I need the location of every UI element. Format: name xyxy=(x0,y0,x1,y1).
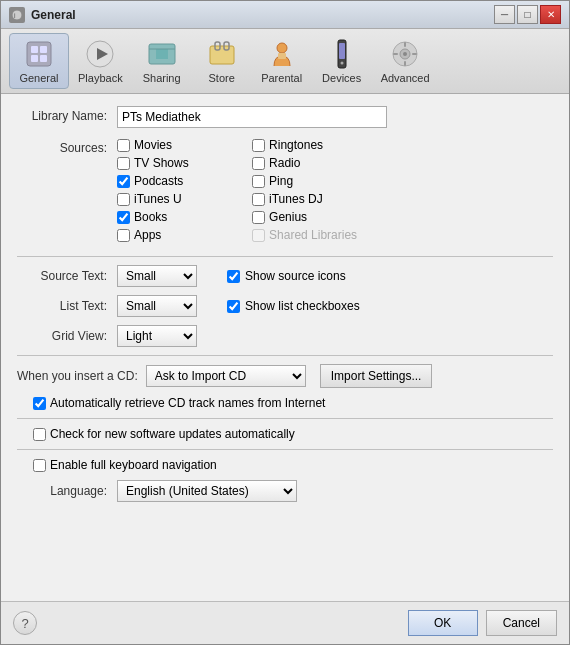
show-list-checkboxes-checkbox[interactable] xyxy=(227,300,240,313)
tv-shows-label: TV Shows xyxy=(134,156,189,170)
show-list-checkboxes-container: Show list checkboxes xyxy=(227,299,360,313)
minimize-button[interactable]: ─ xyxy=(494,5,515,24)
radio-checkbox-label[interactable]: Radio xyxy=(252,156,357,170)
software-updates-label[interactable]: Check for new software updates automatic… xyxy=(33,427,553,441)
tab-playback-label: Playback xyxy=(78,72,123,84)
tv-shows-checkbox[interactable] xyxy=(117,157,130,170)
genius-checkbox-label[interactable]: Genius xyxy=(252,210,357,224)
keyboard-nav-label[interactable]: Enable full keyboard navigation xyxy=(33,458,553,472)
tab-sharing-label: Sharing xyxy=(143,72,181,84)
svg-rect-18 xyxy=(339,43,345,59)
movies-label: Movies xyxy=(134,138,172,152)
keyboard-nav-text: Enable full keyboard navigation xyxy=(50,458,217,472)
auto-retrieve-checkbox[interactable] xyxy=(33,397,46,410)
tab-advanced-label: Advanced xyxy=(381,72,430,84)
content-area: Library Name: Sources: Movies TV Shows xyxy=(1,94,569,601)
list-text-select[interactable]: Small Large xyxy=(117,295,197,317)
tab-devices[interactable]: Devices xyxy=(312,33,372,89)
ringtones-checkbox[interactable] xyxy=(252,139,265,152)
general-icon xyxy=(23,38,55,70)
auto-retrieve-row: Automatically retrieve CD track names fr… xyxy=(17,396,553,410)
import-settings-button[interactable]: Import Settings... xyxy=(320,364,433,388)
svg-point-15 xyxy=(277,43,287,53)
svg-point-22 xyxy=(403,52,407,56)
svg-rect-3 xyxy=(31,46,38,53)
itunes-dj-checkbox[interactable] xyxy=(252,193,265,206)
cd-insert-row: When you insert a CD: Ask to Import CD I… xyxy=(17,364,553,388)
grid-view-row: Grid View: Light Dark xyxy=(17,325,553,347)
movies-checkbox-label[interactable]: Movies xyxy=(117,138,222,152)
shared-libraries-checkbox-label[interactable]: Shared Libraries xyxy=(252,228,357,242)
podcasts-checkbox-label[interactable]: Podcasts xyxy=(117,174,222,188)
podcasts-checkbox[interactable] xyxy=(117,175,130,188)
advanced-icon xyxy=(389,38,421,70)
books-checkbox[interactable] xyxy=(117,211,130,224)
keyboard-nav-checkbox[interactable] xyxy=(33,459,46,472)
tab-store[interactable]: Store xyxy=(192,33,252,89)
itunes-dj-label: iTunes DJ xyxy=(269,192,323,206)
grid-view-select[interactable]: Light Dark xyxy=(117,325,197,347)
devices-icon xyxy=(326,38,358,70)
bottom-buttons: OK Cancel xyxy=(408,610,557,636)
maximize-button[interactable]: □ xyxy=(517,5,538,24)
apps-checkbox[interactable] xyxy=(117,229,130,242)
movies-checkbox[interactable] xyxy=(117,139,130,152)
sources-grid: Movies TV Shows Podcasts iTunes U xyxy=(117,138,357,246)
tab-general-label: General xyxy=(19,72,58,84)
itunes-u-checkbox[interactable] xyxy=(117,193,130,206)
apps-label: Apps xyxy=(134,228,161,242)
itunes-dj-checkbox-label[interactable]: iTunes DJ xyxy=(252,192,357,206)
ping-checkbox-label[interactable]: Ping xyxy=(252,174,357,188)
ringtones-label: Ringtones xyxy=(269,138,323,152)
window-title: General xyxy=(31,8,494,22)
list-text-label: List Text: xyxy=(17,299,117,313)
apps-checkbox-label[interactable]: Apps xyxy=(117,228,222,242)
tab-general[interactable]: General xyxy=(9,33,69,89)
tab-playback[interactable]: Playback xyxy=(69,33,132,89)
toolbar: General Playback Sharing xyxy=(1,29,569,94)
ok-button[interactable]: OK xyxy=(408,610,478,636)
genius-checkbox[interactable] xyxy=(252,211,265,224)
cd-insert-label: When you insert a CD: xyxy=(17,369,138,383)
shared-libraries-checkbox[interactable] xyxy=(252,229,265,242)
help-button[interactable]: ? xyxy=(13,611,37,635)
show-list-checkboxes-label: Show list checkboxes xyxy=(245,299,360,313)
ping-checkbox[interactable] xyxy=(252,175,265,188)
divider-1 xyxy=(17,256,553,257)
books-checkbox-label[interactable]: Books xyxy=(117,210,222,224)
grid-view-label: Grid View: xyxy=(17,329,117,343)
itunes-u-label: iTunes U xyxy=(134,192,182,206)
genius-label: Genius xyxy=(269,210,307,224)
show-source-icons-checkbox[interactable] xyxy=(227,270,240,283)
software-updates-text: Check for new software updates automatic… xyxy=(50,427,295,441)
cancel-button[interactable]: Cancel xyxy=(486,610,557,636)
tab-sharing[interactable]: Sharing xyxy=(132,33,192,89)
itunes-u-checkbox-label[interactable]: iTunes U xyxy=(117,192,222,206)
tab-advanced[interactable]: Advanced xyxy=(372,33,439,89)
keyboard-nav-row: Enable full keyboard navigation xyxy=(17,458,553,472)
close-button[interactable]: ✕ xyxy=(540,5,561,24)
library-name-input[interactable] xyxy=(117,106,387,128)
software-updates-row: Check for new software updates automatic… xyxy=(17,427,553,441)
source-text-select[interactable]: Small Large xyxy=(117,265,197,287)
sources-col2: Ringtones Radio Ping iTunes DJ xyxy=(252,138,357,246)
source-text-row: Source Text: Small Large Show source ico… xyxy=(17,265,553,287)
books-label: Books xyxy=(134,210,167,224)
auto-retrieve-label[interactable]: Automatically retrieve CD track names fr… xyxy=(33,396,553,410)
language-select[interactable]: English (United States) Deutsch Français… xyxy=(117,480,297,502)
tab-parental[interactable]: Parental xyxy=(252,33,312,89)
software-updates-checkbox[interactable] xyxy=(33,428,46,441)
sharing-icon xyxy=(146,38,178,70)
tv-shows-checkbox-label[interactable]: TV Shows xyxy=(117,156,222,170)
cd-insert-select[interactable]: Ask to Import CD Import CD Import CD and… xyxy=(146,365,306,387)
language-label: Language: xyxy=(17,484,117,498)
radio-checkbox[interactable] xyxy=(252,157,265,170)
title-bar: i General ─ □ ✕ xyxy=(1,1,569,29)
ringtones-checkbox-label[interactable]: Ringtones xyxy=(252,138,357,152)
sources-label: Sources: xyxy=(17,138,117,155)
svg-rect-2 xyxy=(27,42,51,66)
sources-col1: Movies TV Shows Podcasts iTunes U xyxy=(117,138,222,246)
store-icon xyxy=(206,38,238,70)
radio-label: Radio xyxy=(269,156,300,170)
library-name-label: Library Name: xyxy=(17,106,117,123)
